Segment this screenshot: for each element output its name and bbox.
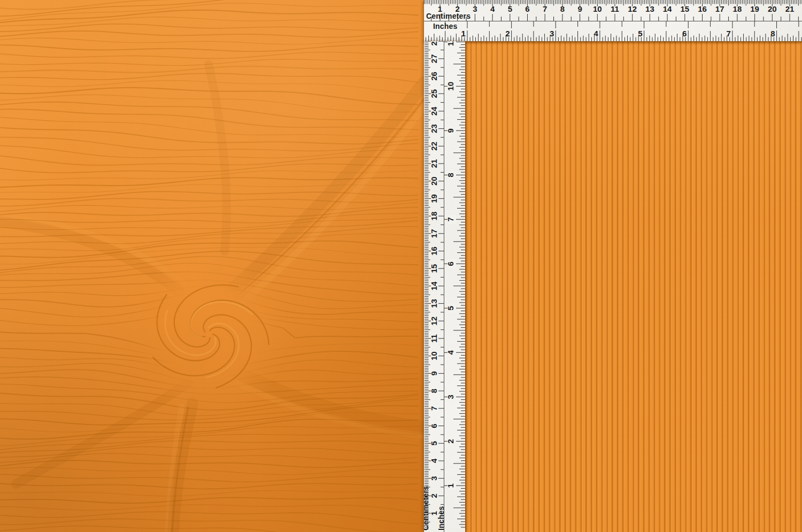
svg-text:18: 18: [429, 212, 438, 221]
svg-text:23: 23: [429, 124, 438, 133]
svg-text:5: 5: [429, 441, 438, 445]
horizontal-ruler-inches-label: Inches: [433, 22, 458, 30]
vertical-ruler-centimeters-label: Centimeters: [424, 486, 430, 530]
svg-text:12: 12: [429, 317, 438, 326]
svg-text:22: 22: [429, 142, 438, 151]
svg-text:7: 7: [429, 406, 438, 411]
fabric-product-photo: 1234567891011121314151617181920211234567…: [0, 0, 802, 532]
svg-text:26: 26: [429, 72, 438, 81]
svg-text:10: 10: [593, 4, 602, 13]
svg-text:13: 13: [429, 299, 438, 308]
svg-text:9: 9: [446, 128, 455, 133]
svg-text:3: 3: [473, 4, 477, 13]
svg-text:21: 21: [785, 4, 795, 13]
svg-text:5: 5: [446, 306, 455, 310]
svg-text:3: 3: [446, 395, 455, 399]
svg-text:17: 17: [715, 4, 724, 13]
svg-text:1: 1: [446, 483, 455, 488]
svg-text:2: 2: [505, 29, 510, 38]
svg-text:2: 2: [429, 494, 438, 498]
svg-text:6: 6: [429, 423, 438, 428]
svg-text:12: 12: [628, 4, 637, 13]
svg-text:8: 8: [446, 173, 455, 177]
svg-text:15: 15: [680, 4, 689, 13]
svg-text:4: 4: [594, 29, 599, 38]
svg-text:4: 4: [446, 350, 455, 354]
fabric-swatch-swirled: [0, 0, 424, 532]
svg-text:8: 8: [560, 4, 565, 13]
cm-tick-labels: 123456789101112131415161718192021: [438, 4, 795, 13]
svg-text:6: 6: [682, 29, 687, 38]
horizontal-ruler-centimeters-label: Centimeters: [426, 12, 471, 20]
svg-text:1: 1: [461, 29, 466, 38]
svg-text:13: 13: [645, 4, 654, 13]
vertical-ruler: 1234567891011121314151617181920212223242…: [424, 41, 465, 532]
svg-text:16: 16: [429, 246, 438, 256]
svg-text:14: 14: [429, 281, 438, 290]
vertical-ruler-scale: 1234567891011121314151617181920212223242…: [424, 41, 465, 532]
horizontal-ruler-scale: 1234567891011121314151617181920211234567…: [424, 0, 802, 41]
svg-text:7: 7: [543, 4, 547, 13]
svg-text:6: 6: [446, 261, 455, 266]
svg-text:18: 18: [733, 4, 742, 13]
svg-text:4: 4: [429, 458, 438, 463]
svg-text:6: 6: [525, 4, 529, 13]
svg-text:24: 24: [429, 106, 438, 115]
inch-tick-marks: [426, 21, 801, 41]
svg-text:5: 5: [638, 29, 642, 38]
svg-text:2: 2: [446, 439, 455, 443]
svg-text:11: 11: [611, 4, 619, 13]
svg-text:5: 5: [508, 4, 512, 13]
swirled-fabric-art: [0, 0, 424, 532]
svg-text:21: 21: [429, 159, 438, 168]
svg-text:20: 20: [768, 4, 777, 13]
svg-text:28: 28: [429, 41, 438, 45]
vertical-ruler-inches-label: Inches: [437, 506, 445, 530]
svg-text:3: 3: [550, 29, 554, 38]
inch-tick-marks: [444, 42, 465, 527]
cm-tick-labels: 1234567891011121314151617181920212223242…: [429, 41, 438, 515]
svg-text:20: 20: [429, 176, 438, 186]
svg-text:7: 7: [446, 217, 455, 221]
svg-text:11: 11: [429, 334, 438, 343]
svg-text:8: 8: [770, 29, 775, 38]
svg-text:16: 16: [698, 4, 707, 13]
svg-text:10: 10: [446, 82, 455, 91]
svg-text:11: 11: [446, 41, 455, 46]
horizontal-ruler: 1234567891011121314151617181920211234567…: [424, 0, 802, 41]
svg-text:8: 8: [429, 389, 438, 393]
inch-tick-labels: 12345678: [461, 29, 775, 38]
svg-text:9: 9: [429, 371, 438, 375]
svg-text:19: 19: [429, 194, 438, 203]
svg-text:7: 7: [727, 29, 731, 38]
svg-text:27: 27: [429, 54, 438, 63]
svg-text:4: 4: [490, 4, 495, 13]
svg-text:10: 10: [429, 351, 438, 360]
svg-text:15: 15: [429, 264, 438, 273]
svg-text:3: 3: [429, 476, 438, 480]
svg-text:19: 19: [750, 4, 759, 13]
svg-text:9: 9: [577, 4, 582, 13]
svg-text:17: 17: [429, 229, 438, 238]
svg-text:14: 14: [663, 4, 672, 13]
fabric-swatch-flat: [465, 41, 802, 532]
svg-text:25: 25: [429, 89, 438, 98]
